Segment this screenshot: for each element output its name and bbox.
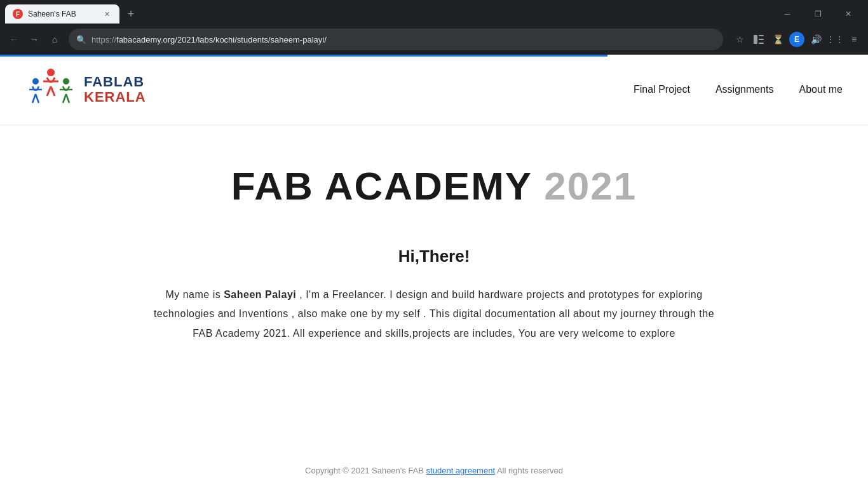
svg-rect-4 xyxy=(759,39,764,40)
logo-kerala-text: KERALA xyxy=(84,90,146,105)
browser-chrome: F Saheen's FAB ✕ + ─ ❐ ✕ ← → ⌂ 🔍 https:/… xyxy=(0,0,868,55)
svg-rect-3 xyxy=(759,35,764,36)
logo-text: FABLAB KERALA xyxy=(84,74,146,105)
svg-point-10 xyxy=(32,78,39,85)
logo-area: FABLAB KERALA xyxy=(25,67,146,112)
profile-avatar: E xyxy=(789,32,804,47)
svg-rect-5 xyxy=(759,43,764,44)
svg-point-6 xyxy=(47,69,55,76)
restore-button[interactable]: ❐ xyxy=(803,4,832,24)
logo-icon xyxy=(25,67,76,112)
nav-links: Final Project Assignments About me xyxy=(634,84,843,95)
history-icon[interactable]: ⏳ xyxy=(769,30,787,48)
home-button[interactable]: ⌂ xyxy=(46,30,64,48)
hero-greeting: Hi,There! xyxy=(398,247,470,266)
svg-point-14 xyxy=(63,78,69,85)
close-button[interactable]: ✕ xyxy=(834,4,863,24)
hero-description: My name is Saheen Palayi , I'm a Freelan… xyxy=(132,285,736,343)
svg-rect-2 xyxy=(754,35,757,44)
nav-final-project[interactable]: Final Project xyxy=(634,84,690,95)
nav-about-me[interactable]: About me xyxy=(799,84,843,95)
hero-title: FAB ACADEMY 2021 xyxy=(231,163,637,208)
menu-icon[interactable]: ≡ xyxy=(845,30,863,48)
address-bar: ← → ⌂ 🔍 https://fabacademy.org/2021/labs… xyxy=(0,24,868,55)
nav-assignments[interactable]: Assignments xyxy=(715,84,774,95)
new-tab-button[interactable]: + xyxy=(122,5,140,23)
tab-close-button[interactable]: ✕ xyxy=(102,9,112,19)
svg-line-9 xyxy=(51,86,55,96)
svg-line-16 xyxy=(63,94,66,103)
logo-fablab-text: FABLAB xyxy=(84,74,146,90)
footer-copyright: Copyright © 2021 Saheen's FAB xyxy=(305,466,426,475)
url-bar[interactable]: 🔍 https://fabacademy.org/2021/labs/kochi… xyxy=(69,29,723,50)
window-controls: ─ ❐ ✕ xyxy=(773,4,863,24)
search-icon: 🔍 xyxy=(76,35,86,44)
loading-bar xyxy=(0,55,607,57)
tab-bar: F Saheen's FAB ✕ + ─ ❐ ✕ xyxy=(0,0,868,24)
svg-text:F: F xyxy=(16,11,20,18)
toolbar-icons: ☆ ⏳ E 🔊 ⋮⋮ ≡ xyxy=(731,30,863,48)
site-navigation: FABLAB KERALA Final Project Assignments … xyxy=(0,55,868,125)
svg-line-12 xyxy=(32,94,36,103)
url-protocol: https:// xyxy=(92,35,116,44)
tab-favicon: F xyxy=(13,9,23,19)
active-tab[interactable]: F Saheen's FAB ✕ xyxy=(5,4,119,24)
back-button[interactable]: ← xyxy=(5,30,23,48)
svg-line-13 xyxy=(36,94,39,103)
svg-line-8 xyxy=(47,86,51,96)
url-text: https://fabacademy.org/2021/labs/kochi/s… xyxy=(92,35,715,44)
site-footer: Copyright © 2021 Saheen's FAB student ag… xyxy=(0,453,868,488)
forward-button[interactable]: → xyxy=(25,30,43,48)
extensions-icon[interactable]: ⋮⋮ xyxy=(826,30,844,48)
student-agreement-link[interactable]: student agreement xyxy=(426,466,495,475)
audio-icon[interactable]: 🔊 xyxy=(807,30,825,48)
minimize-button[interactable]: ─ xyxy=(773,4,802,24)
tab-title: Saheen's FAB xyxy=(28,10,97,18)
bookmark-icon[interactable]: ☆ xyxy=(731,30,749,48)
svg-line-17 xyxy=(66,94,69,103)
footer-rights: All rights reserved xyxy=(495,466,563,475)
sidebar-toggle-icon[interactable] xyxy=(750,30,768,48)
hero-section: FAB ACADEMY 2021 Hi,There! My name is Sa… xyxy=(0,125,868,453)
hero-title-year: 2021 xyxy=(544,164,637,208)
website-content: FABLAB KERALA Final Project Assignments … xyxy=(0,55,868,488)
hero-title-main: FAB ACADEMY xyxy=(231,164,544,208)
profile-button[interactable]: E xyxy=(788,30,806,48)
